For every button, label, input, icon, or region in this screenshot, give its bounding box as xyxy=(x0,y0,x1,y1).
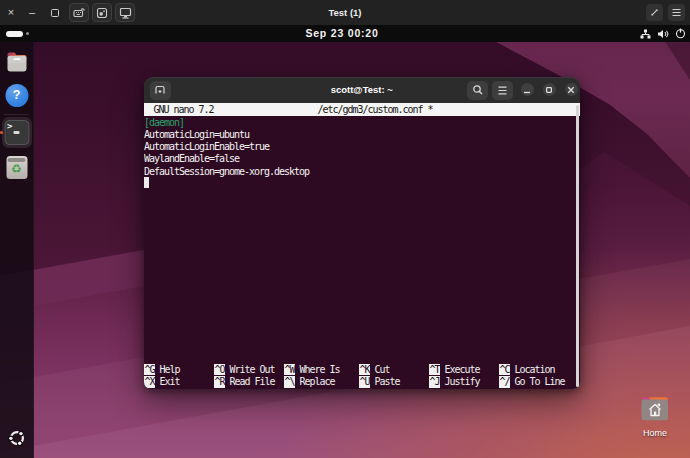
dock-separator xyxy=(4,114,29,115)
power-icon xyxy=(675,28,686,39)
dock-show-apps-ubuntu-logo[interactable] xyxy=(8,429,26,447)
shortcut-label: Justify xyxy=(445,376,480,387)
panel-clock[interactable]: Sep 23 00:20 xyxy=(0,25,684,42)
screen: × – Test (1) xyxy=(0,0,690,458)
vm-minimize-icon[interactable]: – xyxy=(25,0,39,25)
shortcut-label: Read File xyxy=(230,376,275,387)
search-icon xyxy=(472,84,484,96)
dock: ? > ♻ xyxy=(0,42,34,458)
terminal-scrollbar[interactable] xyxy=(576,105,579,387)
dock-files-icon[interactable] xyxy=(5,50,29,74)
shortcut-key: ^\ xyxy=(284,376,295,388)
terminal-search-button[interactable] xyxy=(467,81,488,100)
recycle-icon: ♻ xyxy=(6,162,27,176)
terminal-minimize-button[interactable] xyxy=(521,83,534,96)
terminal-content[interactable]: GNU nano 7.2 /etc/gdm3/custom.conf * [da… xyxy=(144,103,581,389)
conf-line: AutomaticLoginEnable=true xyxy=(144,141,269,153)
dock-terminal-running-indicator xyxy=(0,131,3,134)
new-tab-icon xyxy=(154,84,166,96)
home-icon-label: Home xyxy=(633,428,677,438)
terminal-title: scott@Test: ~ xyxy=(254,77,471,103)
hamburger-menu-icon xyxy=(497,86,508,95)
wired-network-icon xyxy=(640,29,651,39)
menu-icon xyxy=(671,8,682,17)
vm-displays-button[interactable] xyxy=(115,3,135,22)
shortcut-key: ^/ xyxy=(499,376,510,388)
send-keys-icon xyxy=(73,7,85,18)
volume-icon xyxy=(657,29,669,39)
terminal-close-button[interactable] xyxy=(565,83,578,96)
shortcut-label: Paste xyxy=(375,376,400,387)
shortcut-label: Replace xyxy=(300,376,335,387)
nano-shortcut-row1: ^G Help ^O Write Out ^W Where Is ^K Cut … xyxy=(144,364,581,376)
shortcut-key: ^X xyxy=(144,376,155,388)
vm-fullscreen-button[interactable] xyxy=(646,4,663,21)
desktop-home-icon[interactable]: Home xyxy=(633,395,677,438)
vm-maximize-icon[interactable] xyxy=(51,9,59,17)
shortcut-key: ^R xyxy=(214,376,225,388)
conf-line: AutomaticLogin=ubuntu xyxy=(144,129,249,141)
shortcut-key: ^J xyxy=(429,376,440,388)
conf-line: DefaultSession=gnome-xorg.desktop xyxy=(144,166,309,178)
new-tab-button[interactable] xyxy=(150,81,171,100)
fullscreen-icon xyxy=(649,7,660,18)
nano-titlebar: GNU nano 7.2 /etc/gdm3/custom.conf * xyxy=(144,103,581,116)
terminal-menu-button[interactable] xyxy=(492,81,513,100)
vm-close-icon[interactable]: × xyxy=(4,0,18,25)
minimize-icon xyxy=(523,86,531,94)
conf-line: [daemon] xyxy=(144,117,184,129)
dock-help-icon[interactable]: ? xyxy=(5,84,28,107)
shortcut-key: ^U xyxy=(359,376,370,388)
vm-menu-button[interactable] xyxy=(668,4,685,21)
terminal-headerbar[interactable]: scott@Test: ~ xyxy=(144,77,581,103)
shortcut-label: Cut xyxy=(375,364,390,375)
shortcut-label: Exit xyxy=(160,376,180,387)
vm-screenshot-button[interactable] xyxy=(92,3,112,22)
conf-line: WaylandEnable=false xyxy=(144,153,239,165)
home-folder-icon xyxy=(640,395,670,422)
shortcut-key: ^O xyxy=(214,364,225,376)
displays-icon xyxy=(119,7,132,19)
nano-shortcut-row2: ^X Exit ^R Read File ^\ Replace ^U Paste… xyxy=(144,376,581,388)
gnome-top-panel: Sep 23 00:20 xyxy=(0,25,690,42)
terminal-window: scott@Test: ~ xyxy=(144,77,581,389)
dock-terminal-icon[interactable]: > xyxy=(4,120,29,145)
shortcut-key: ^T xyxy=(429,364,440,376)
terminal-maximize-button[interactable] xyxy=(543,83,556,96)
shortcut-key: ^C xyxy=(499,364,510,376)
nano-version: GNU nano 7.2 xyxy=(144,104,214,115)
shortcut-key: ^K xyxy=(359,364,370,376)
vm-send-keys-button[interactable] xyxy=(69,3,89,22)
shortcut-label: Execute xyxy=(445,364,480,375)
maximize-icon xyxy=(545,86,553,94)
shortcut-label: Help xyxy=(160,364,180,375)
close-icon xyxy=(567,86,575,94)
dock-trash-icon[interactable]: ♻ xyxy=(6,156,27,179)
shortcut-label: Write Out xyxy=(230,364,275,375)
screenshot-icon xyxy=(96,7,108,19)
nano-filename: /etc/gdm3/custom.conf * xyxy=(318,104,433,115)
shortcut-label: Location xyxy=(515,364,555,375)
text-cursor xyxy=(144,177,149,188)
shortcut-key: ^W xyxy=(284,364,295,376)
vm-titlebar: × – Test (1) xyxy=(0,0,690,25)
shortcut-label: Where Is xyxy=(300,364,340,375)
shortcut-label: Go To Line xyxy=(515,376,565,387)
system-tray[interactable] xyxy=(640,25,686,42)
shortcut-key: ^G xyxy=(144,364,155,376)
